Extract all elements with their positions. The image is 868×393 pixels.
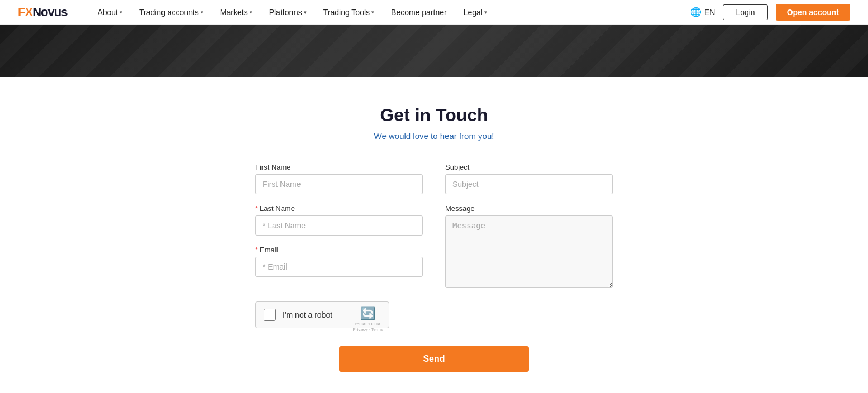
- chevron-down-icon: ▾: [250, 9, 252, 15]
- globe-icon: 🌐: [690, 7, 702, 17]
- nav-item-platforms[interactable]: Platforms ▾: [261, 0, 314, 25]
- nav-item-trading-tools[interactable]: Trading Tools ▾: [316, 0, 382, 25]
- page-subtitle: We would love to hear from you!: [374, 131, 494, 141]
- hero-banner: [0, 25, 868, 77]
- recaptcha-label: I'm not a robot: [283, 310, 332, 319]
- email-group: *Email: [255, 246, 423, 277]
- nav-item-become-partner[interactable]: Become partner: [383, 0, 455, 25]
- first-name-label: First Name: [255, 163, 423, 171]
- form-left-column: First Name *Last Name *Email: [255, 163, 423, 277]
- send-button-wrapper: Send: [255, 346, 613, 372]
- email-label: *Email: [255, 246, 423, 254]
- message-label: Message: [445, 204, 613, 213]
- recaptcha-brand: reCAPTCHA Privacy · Terms: [352, 322, 383, 333]
- send-button[interactable]: Send: [339, 346, 529, 372]
- recaptcha-logo: 🔄 reCAPTCHA Privacy · Terms: [352, 306, 383, 333]
- logo[interactable]: FXNovus: [18, 5, 67, 20]
- nav-item-about[interactable]: About ▾: [89, 0, 130, 25]
- chevron-down-icon: ▾: [304, 9, 307, 15]
- message-textarea[interactable]: [445, 215, 613, 288]
- first-name-input[interactable]: [255, 174, 423, 194]
- last-name-label: *Last Name: [255, 204, 423, 213]
- last-name-group: *Last Name: [255, 204, 423, 236]
- subject-input[interactable]: [445, 174, 613, 194]
- form-columns: First Name *Last Name *Email: [255, 163, 613, 288]
- nav-item-legal[interactable]: Legal ▾: [456, 0, 495, 25]
- last-name-input[interactable]: [255, 215, 423, 236]
- recaptcha-icon: 🔄: [360, 306, 375, 321]
- chevron-down-icon: ▾: [120, 9, 122, 15]
- subject-group: Subject: [445, 163, 613, 194]
- main-content: Get in Touch We would love to hear from …: [0, 77, 868, 393]
- chevron-down-icon: ▾: [201, 9, 203, 15]
- open-account-button[interactable]: Open account: [776, 4, 850, 21]
- nav-item-trading-accounts[interactable]: Trading accounts ▾: [131, 0, 211, 25]
- logo-fx: FX: [18, 5, 32, 20]
- recaptcha-checkbox[interactable]: [264, 309, 276, 321]
- recaptcha-box: I'm not a robot 🔄 reCAPTCHA Privacy · Te…: [255, 301, 389, 328]
- contact-form-section: Get in Touch We would love to hear from …: [11, 105, 857, 372]
- page-title: Get in Touch: [380, 105, 488, 126]
- navbar: FXNovus About ▾ Trading accounts ▾ Marke…: [0, 0, 868, 25]
- login-button[interactable]: Login: [723, 4, 767, 20]
- first-name-group: First Name: [255, 163, 423, 194]
- language-selector[interactable]: 🌐 EN: [690, 7, 715, 17]
- contact-form: First Name *Last Name *Email: [255, 163, 613, 372]
- nav-item-markets[interactable]: Markets ▾: [212, 0, 260, 25]
- form-right-column: Subject Message: [445, 163, 613, 288]
- nav-links: About ▾ Trading accounts ▾ Markets ▾ Pla…: [89, 0, 690, 25]
- chevron-down-icon: ▾: [371, 9, 374, 15]
- nav-right: 🌐 EN Login Open account: [690, 4, 850, 21]
- recaptcha-wrapper: I'm not a robot 🔄 reCAPTCHA Privacy · Te…: [255, 301, 389, 328]
- logo-novus: Novus: [32, 5, 67, 20]
- subject-label: Subject: [445, 163, 613, 171]
- email-input[interactable]: [255, 257, 423, 277]
- chevron-down-icon: ▾: [484, 9, 487, 15]
- message-group: Message: [445, 204, 613, 288]
